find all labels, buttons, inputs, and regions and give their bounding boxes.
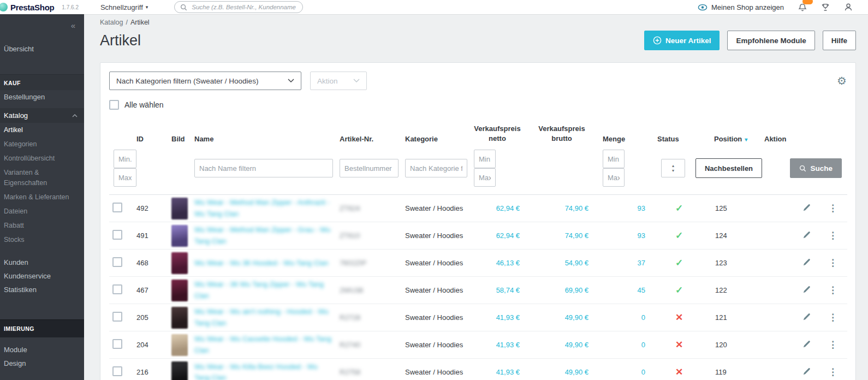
qty-max-filter-input[interactable] [603, 168, 625, 187]
quick-access-menu[interactable]: Schnellzugriff ▾ [100, 3, 148, 11]
account-menu[interactable] [844, 3, 853, 11]
name-filter-input[interactable] [194, 159, 333, 177]
row-checkbox[interactable] [112, 339, 122, 349]
sidebar-item-rabatt[interactable]: Rabatt [0, 218, 84, 233]
more-options-icon[interactable]: ⋮ [828, 203, 837, 214]
header-name[interactable]: Name [191, 121, 336, 150]
price-net[interactable]: 41,93 € [471, 331, 524, 359]
product-name-link[interactable]: Wu Wear - 36 Wu Tang Zipper - Wu Tang Cl… [194, 279, 333, 301]
row-checkbox[interactable] [112, 366, 122, 376]
sidebar-item-varianten[interactable]: Varianten & Eigenschaften [0, 165, 84, 189]
header-menge[interactable]: Menge [599, 121, 654, 150]
row-checkbox[interactable] [112, 257, 122, 267]
view-shop-link[interactable]: Meinen Shop anzeigen [698, 3, 784, 11]
quantity[interactable]: 93 [599, 222, 654, 250]
price-net[interactable]: 41,93 € [471, 359, 524, 380]
more-options-icon[interactable]: ⋮ [828, 366, 837, 378]
breadcrumb-katalog[interactable]: Katalog [100, 19, 123, 26]
status-icon[interactable]: ✕ [675, 367, 683, 377]
header-preis-brutto[interactable]: Verkaufspreisbrutto [524, 121, 599, 150]
header-artikel-nr[interactable]: Artikel-Nr. [336, 121, 402, 150]
more-options-icon[interactable]: ⋮ [828, 339, 837, 351]
price-gross[interactable]: 49,90 € [524, 359, 599, 380]
price-gross[interactable]: 74,90 € [524, 195, 599, 222]
edit-pencil-icon[interactable] [802, 204, 811, 213]
notifications-bell[interactable] [798, 3, 807, 11]
sidebar-item-kundenservice[interactable]: Kundenservice [0, 269, 84, 283]
quantity[interactable]: 93 [599, 195, 654, 222]
reorder-button[interactable]: Nachbestellen [695, 158, 762, 178]
sidebar-item-module[interactable]: Module [0, 343, 84, 357]
new-product-button[interactable]: Neuer Artikel [644, 31, 720, 50]
price-gross[interactable]: 49,90 € [524, 304, 599, 331]
product-name-link[interactable]: Wu Wear - Wu ain't nothing - Hooded - Wu… [194, 306, 333, 328]
product-name-link[interactable]: Wu Wear - Method Man Zipper - Anthrazit … [194, 197, 333, 219]
qty-min-filter-input[interactable] [603, 150, 625, 168]
sidebar-item-artikel[interactable]: Artikel [0, 123, 84, 137]
header-id[interactable]: ID [132, 121, 168, 150]
price-gross[interactable]: 69,90 € [524, 277, 599, 304]
product-name-link[interactable]: Wu Wear - Wu Cassette Hooded - Wu Tang C… [194, 334, 333, 355]
edit-pencil-icon[interactable] [802, 258, 811, 268]
id-min-filter-input[interactable] [114, 150, 136, 168]
status-icon[interactable]: ✓ [675, 230, 683, 241]
price-gross[interactable]: 74,90 € [524, 222, 599, 250]
sidebar-item-dateien[interactable]: Dateien [0, 204, 84, 218]
more-options-icon[interactable]: ⋮ [828, 257, 837, 269]
price-net[interactable]: 41,93 € [471, 304, 524, 331]
quantity[interactable]: 0 [599, 331, 654, 359]
edit-pencil-icon[interactable] [802, 286, 811, 295]
row-checkbox[interactable] [112, 203, 122, 212]
quantity[interactable]: 37 [599, 250, 654, 277]
edit-pencil-icon[interactable] [802, 367, 811, 377]
sidebar-item-kunden[interactable]: Kunden [0, 256, 84, 269]
quantity[interactable]: 0 [599, 304, 654, 331]
status-filter-select[interactable]: ▴ ▾ [661, 159, 685, 177]
price-net[interactable]: 62,94 € [471, 222, 524, 250]
edit-pencil-icon[interactable] [802, 313, 811, 323]
row-checkbox[interactable] [112, 284, 122, 294]
bulk-action-select[interactable]: Aktion [310, 72, 367, 90]
header-status[interactable]: Status [654, 121, 692, 150]
header-position[interactable]: Position▾ [692, 121, 761, 150]
sidebar-item-kontrolluebersicht[interactable]: Kontrollübersicht [0, 151, 84, 165]
announcements-trophy[interactable] [821, 3, 830, 11]
sidebar-item-marken[interactable]: Marken & Lieferanten [0, 190, 84, 204]
search-button[interactable]: Suche [790, 158, 842, 178]
sidebar-item-katalog[interactable]: Katalog [0, 108, 84, 123]
quantity[interactable]: 0 [599, 359, 654, 380]
more-options-icon[interactable]: ⋮ [828, 312, 837, 323]
product-name-link[interactable]: Wu Wear - Wu 36 Hooded - Wu-Tang Clan [194, 258, 328, 269]
sidebar-item-bestellungen[interactable]: Bestellungen [0, 90, 84, 104]
category-filter-select[interactable]: Nach Kategorien filtern (Sweater / Hoodi… [109, 72, 301, 90]
edit-pencil-icon[interactable] [802, 340, 811, 350]
sidebar-item-design[interactable]: Design [0, 357, 84, 370]
sidebar-item-kategorien[interactable]: Kategorien [0, 137, 84, 151]
more-options-icon[interactable]: ⋮ [828, 230, 837, 241]
status-icon[interactable]: ✓ [675, 258, 683, 268]
price-net[interactable]: 62,94 € [471, 195, 524, 222]
more-options-icon[interactable]: ⋮ [828, 284, 837, 296]
sidebar-item-stocks[interactable]: Stocks [0, 233, 84, 247]
header-kategorie[interactable]: Kategorie [402, 121, 471, 150]
settings-gear-icon[interactable]: ⚙ [837, 75, 847, 86]
sidebar-item-statistiken[interactable]: Statistiken [0, 283, 84, 296]
status-icon[interactable]: ✕ [675, 340, 683, 350]
category-filter-input[interactable] [405, 159, 467, 177]
product-name-link[interactable]: Wu Wear - Method Man Zipper - Grau - Wu … [194, 224, 333, 246]
global-search-input[interactable] [191, 3, 297, 11]
select-all-checkbox[interactable] [109, 100, 119, 110]
sidebar-collapse-button[interactable]: « [0, 14, 84, 30]
quantity[interactable]: 45 [599, 277, 654, 304]
help-button[interactable]: Hilfe [823, 31, 856, 50]
reference-filter-input[interactable] [340, 159, 399, 177]
sort-desc-icon[interactable]: ▾ [745, 136, 747, 143]
status-icon[interactable]: ✓ [675, 203, 683, 213]
status-icon[interactable]: ✓ [675, 285, 683, 295]
price-net[interactable]: 46,13 € [471, 250, 524, 277]
recommended-modules-button[interactable]: Empfohlene Module [727, 31, 815, 50]
product-name-link[interactable]: Wu Wear - Wu Killa Beez Hooded - Wu Tang… [194, 361, 333, 380]
row-checkbox[interactable] [112, 312, 122, 322]
price-net[interactable]: 58,74 € [471, 277, 524, 304]
price-min-filter-input[interactable] [474, 150, 496, 168]
